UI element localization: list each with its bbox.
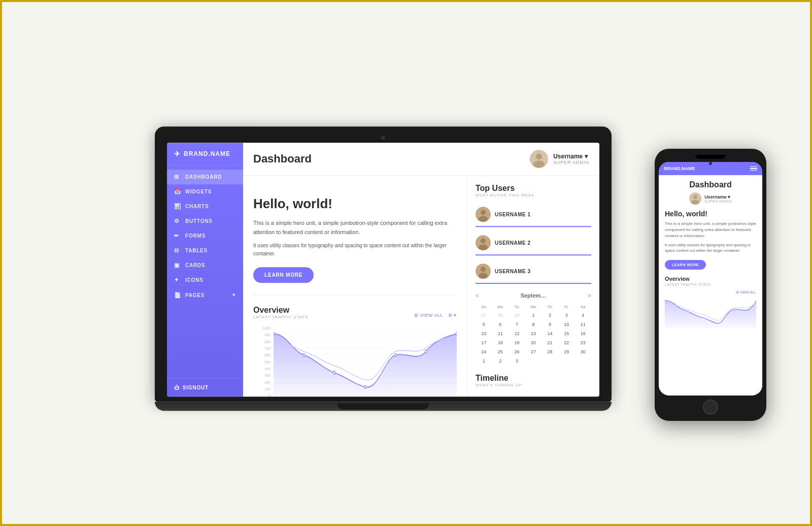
calendar-prev[interactable]: « xyxy=(476,292,479,299)
svg-point-16 xyxy=(395,353,397,356)
phone: BRAND.NAME Dashboard xyxy=(655,149,766,421)
cal-day[interactable]: 19 xyxy=(509,338,525,347)
day-header-sa: Sa xyxy=(574,303,591,311)
top-user-item-3[interactable]: USERNAME 3 xyxy=(476,259,591,284)
sidebar-item-label: PAGES xyxy=(185,292,205,298)
phone-screen: BRAND.NAME Dashboard xyxy=(659,162,762,396)
sidebar-item-tables[interactable]: ⊟ TABLES xyxy=(167,243,243,258)
header: Dashboard Username ▾ xyxy=(243,143,599,176)
phone-username: Username ▾ xyxy=(704,194,732,199)
signout-button[interactable]: ⏻ SIGNOUT xyxy=(167,378,243,397)
cal-day[interactable]: 9 xyxy=(542,320,558,329)
cal-day[interactable]: 1 xyxy=(476,356,492,366)
view-all-button[interactable]: ⊞ VIEW ALL xyxy=(414,313,443,318)
tables-icon: ⊟ xyxy=(174,247,181,254)
user-profile[interactable]: Username ▾ SUPER ADMIN xyxy=(530,150,589,168)
laptop-camera xyxy=(381,136,385,140)
content-left: Hello, world! This is a simple hero unit… xyxy=(243,176,467,397)
day-header-su: Su xyxy=(476,303,492,311)
user-item-avatar-3 xyxy=(476,264,491,279)
cal-day[interactable]: 12 xyxy=(509,329,525,338)
svg-point-1 xyxy=(536,153,542,159)
svg-point-23 xyxy=(481,238,486,243)
cal-day[interactable]: 3 xyxy=(558,311,575,320)
cal-day[interactable]: 14 xyxy=(542,329,558,338)
cal-day[interactable]: 23 xyxy=(574,338,591,347)
phone-user-row: Username ▾ SUPER ADMIN xyxy=(665,192,756,205)
cal-day[interactable]: 2 xyxy=(492,356,509,366)
cal-day[interactable]: 4 xyxy=(574,311,591,320)
content-area: Hello, world! This is a simple hero unit… xyxy=(243,176,599,397)
hamburger-menu[interactable] xyxy=(750,167,757,171)
cal-day[interactable]: 17 xyxy=(476,338,492,347)
avatar xyxy=(530,150,548,168)
cal-day[interactable]: 29 xyxy=(509,311,525,320)
sidebar-item-charts[interactable]: 📊 CHARTS xyxy=(167,199,243,214)
phone-home-button[interactable] xyxy=(703,400,718,415)
day-header-th: Th xyxy=(542,303,558,311)
phone-learn-more-button[interactable]: LEARN MORE xyxy=(665,259,706,269)
sidebar-item-cards[interactable]: ▣ CARDS xyxy=(167,258,243,273)
cal-day[interactable]: 16 xyxy=(574,329,591,338)
cal-day[interactable]: 30 xyxy=(574,347,591,356)
cal-day[interactable]: 28 xyxy=(542,347,558,356)
brand-icon: ✈ xyxy=(174,150,181,158)
cal-day[interactable]: 6 xyxy=(492,320,509,329)
sidebar-item-buttons[interactable]: ⚙ BUTTONS xyxy=(167,214,243,228)
cal-day[interactable]: 28 xyxy=(492,311,509,320)
icons-icon: ✦ xyxy=(174,277,181,283)
cal-day[interactable]: 7 xyxy=(509,320,525,329)
top-user-item-1[interactable]: USERNAME 1 xyxy=(476,203,591,227)
cal-day[interactable]: 5 xyxy=(476,320,492,329)
cal-day[interactable]: 29 xyxy=(558,347,575,356)
settings-icon[interactable]: ⚙ ▾ xyxy=(448,313,457,318)
user-name: Username ▾ xyxy=(553,153,589,160)
sidebar-item-label: WIDGETS xyxy=(185,189,212,194)
cal-day[interactable]: 1 xyxy=(525,311,542,320)
hero-section: Hello, world! This is a simple hero unit… xyxy=(253,186,457,295)
hero-subtext: It uses utility classes for typography a… xyxy=(253,242,457,258)
sidebar-brand[interactable]: ✈ BRAND.NAME xyxy=(167,143,243,166)
cal-day[interactable]: 27 xyxy=(476,311,492,320)
chart-area: 1000 900 800 700 600 500 400 300 200 xyxy=(253,326,457,397)
cal-day[interactable]: 22 xyxy=(558,338,575,347)
sidebar-item-pages[interactable]: 📄 PAGES + xyxy=(167,287,243,303)
cal-day[interactable]: 11 xyxy=(492,329,509,338)
signout-icon: ⏻ xyxy=(174,385,180,390)
sidebar-item-dashboard[interactable]: ⊞ DASHBOARD xyxy=(167,170,243,184)
top-users-subtitle: MOST ACTIVE THIS WEEK xyxy=(476,193,591,198)
cal-day[interactable]: 15 xyxy=(558,329,575,338)
timeline-subtitle: WHAT'S COMING UP xyxy=(476,383,591,387)
cal-day[interactable]: 2 xyxy=(542,311,558,320)
cal-day[interactable]: 13 xyxy=(525,329,542,338)
phone-view-all[interactable]: ⊞ VIEW ALL xyxy=(736,290,756,294)
top-user-item-2[interactable]: USERNAME 2 xyxy=(476,231,591,255)
sidebar-item-icons[interactable]: ✦ ICONS xyxy=(167,273,243,287)
phone-outer: BRAND.NAME Dashboard xyxy=(655,149,766,421)
cal-day[interactable]: 24 xyxy=(476,347,492,356)
sidebar-item-forms[interactable]: ✏ FORMS xyxy=(167,228,243,243)
cal-day[interactable]: 27 xyxy=(525,347,542,356)
main-content: Dashboard Username ▾ xyxy=(243,143,599,397)
cal-day[interactable]: 3 xyxy=(509,356,525,366)
cal-day[interactable]: 20 xyxy=(525,338,542,347)
brand-name: BRAND.NAME xyxy=(184,150,230,157)
cal-day[interactable]: 26 xyxy=(509,347,525,356)
calendar-next[interactable]: » xyxy=(588,292,591,299)
cal-day[interactable]: 11 xyxy=(574,320,591,329)
sidebar-item-widgets[interactable]: 📅 WIDGETS xyxy=(167,184,243,199)
phone-camera xyxy=(709,162,712,165)
cal-day[interactable]: 21 xyxy=(542,338,558,347)
laptop-screen-outer: ✈ BRAND.NAME ⊞ DASHBOARD 📅 WIDGETS xyxy=(155,126,612,402)
user-role: SUPER ADMIN xyxy=(553,160,589,165)
cal-day[interactable]: 25 xyxy=(492,347,509,356)
cal-day[interactable]: 10 xyxy=(476,329,492,338)
sidebar-item-label: TABLES xyxy=(185,248,208,253)
timeline-title: Timeline xyxy=(476,374,591,383)
cal-day[interactable]: 18 xyxy=(492,338,509,347)
cal-day[interactable]: 8 xyxy=(525,320,542,329)
learn-more-button[interactable]: LEARN MORE xyxy=(253,267,314,283)
phone-user-info: Username ▾ SUPER ADMIN xyxy=(704,194,732,203)
cal-day[interactable]: 10 xyxy=(558,320,575,329)
day-header-mo: Mo xyxy=(492,303,509,311)
